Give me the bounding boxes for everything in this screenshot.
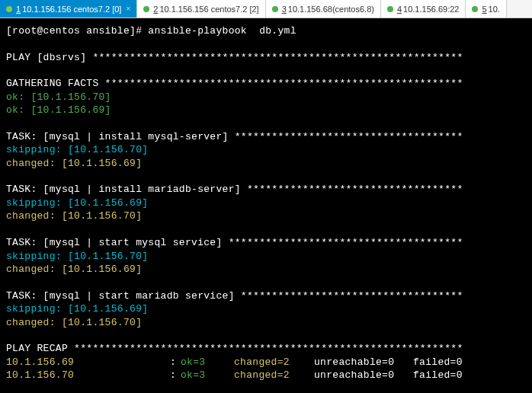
ok-status: ok: [10.1.156.69] xyxy=(6,104,526,117)
task-header: TASK: [mysql | start mysql service] ****… xyxy=(6,236,526,250)
tab-number: 5 xyxy=(482,5,486,14)
recap-failed: failed=0 xyxy=(413,356,463,369)
gathering-facts-header: GATHERING FACTS ************************… xyxy=(6,77,526,91)
status-dot-icon xyxy=(472,6,478,12)
blank-line xyxy=(6,64,526,77)
task-header: TASK: [mysql | install mariadb-server] *… xyxy=(6,183,526,196)
blank-line xyxy=(6,329,526,342)
close-icon[interactable]: × xyxy=(126,5,130,13)
skipping-status: skipping: [10.1.156.70] xyxy=(6,143,526,157)
recap-changed: changed=2 xyxy=(234,356,314,369)
blank-line xyxy=(6,276,526,289)
task-header: TASK: [mysql | start mariadb service] **… xyxy=(6,289,526,303)
changed-status: changed: [10.1.156.70] xyxy=(6,316,526,330)
tab-label: 10. xyxy=(489,5,500,14)
status-dot-icon xyxy=(272,6,278,12)
recap-host: 10.1.156.70 xyxy=(6,369,170,382)
tab-label: 10.1.156.156 centos7.2 [0] xyxy=(22,5,121,14)
blank-line xyxy=(6,223,526,236)
tab-bar: 1 10.1.156.156 centos7.2 [0] × 2 10.1.15… xyxy=(0,0,532,18)
status-dot-icon xyxy=(6,6,12,12)
recap-changed: changed=2 xyxy=(234,369,314,382)
tab-number: 3 xyxy=(282,5,287,14)
tab-number: 4 xyxy=(397,5,402,14)
tab-label: 10.1.156.68(centos6.8) xyxy=(288,5,374,14)
tab-label: 10.1.156.69:22 xyxy=(403,5,459,14)
skipping-status: skipping: [10.1.156.69] xyxy=(6,196,526,210)
blank-line xyxy=(6,117,526,130)
changed-status: changed: [10.1.156.69] xyxy=(6,263,526,276)
task-header: TASK: [mysql | install mysql-server] ***… xyxy=(6,130,526,144)
status-dot-icon xyxy=(143,6,149,12)
changed-status: changed: [10.1.156.69] xyxy=(6,157,526,171)
recap-colon: : xyxy=(170,369,181,382)
tab-4[interactable]: 4 10.1.156.69:22 xyxy=(381,0,466,18)
ok-status: ok: [10.1.156.70] xyxy=(6,91,526,104)
play-header: PLAY [dbsrvs] **************************… xyxy=(6,51,526,65)
recap-ok: ok=3 xyxy=(181,369,234,382)
recap-unreachable: unreachable=0 xyxy=(314,369,413,382)
command-prompt: [root@centos ansible]# ansible-playbook … xyxy=(6,24,526,38)
tab-2[interactable]: 2 10.1.156.156 centos7.2 [2] xyxy=(137,0,265,18)
tab-3[interactable]: 3 10.1.156.68(centos6.8) xyxy=(266,0,381,18)
tab-5[interactable]: 5 10. xyxy=(466,0,506,18)
skipping-status: skipping: [10.1.156.70] xyxy=(6,250,526,264)
tab-label: 10.1.156.156 centos7.2 [2] xyxy=(159,5,258,14)
terminal-output[interactable]: [root@centos ansible]# ansible-playbook … xyxy=(0,18,532,388)
recap-ok: ok=3 xyxy=(181,356,234,369)
recap-unreachable: unreachable=0 xyxy=(314,356,413,369)
recap-failed: failed=0 xyxy=(413,369,463,382)
recap-row: 10.1.156.70 : ok=3 changed=2 unreachable… xyxy=(6,369,526,382)
tab-number: 1 xyxy=(16,5,21,14)
skipping-status: skipping: [10.1.156.69] xyxy=(6,302,526,316)
status-dot-icon xyxy=(387,6,393,12)
recap-colon: : xyxy=(170,356,181,369)
tab-number: 2 xyxy=(153,5,158,14)
blank-line xyxy=(6,38,526,51)
blank-line xyxy=(6,170,526,183)
play-recap-header: PLAY RECAP *****************************… xyxy=(6,342,526,356)
changed-status: changed: [10.1.156.70] xyxy=(6,209,526,223)
tab-1[interactable]: 1 10.1.156.156 centos7.2 [0] × xyxy=(0,0,137,18)
recap-row: 10.1.156.69 : ok=3 changed=2 unreachable… xyxy=(6,356,526,369)
recap-host: 10.1.156.69 xyxy=(6,356,170,369)
